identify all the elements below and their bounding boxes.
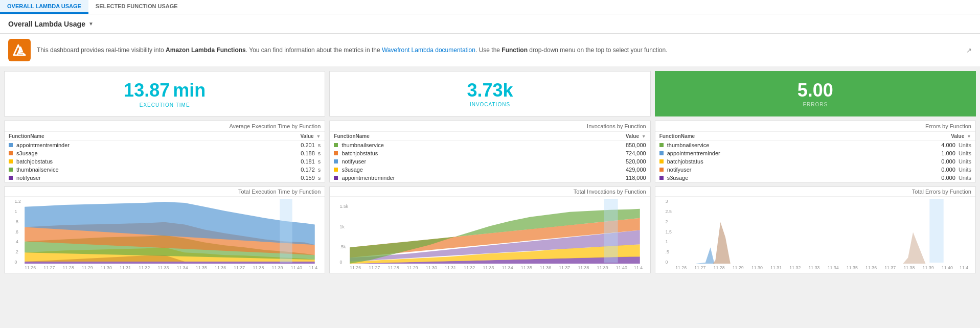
table-row: notifyuser 0.159 s <box>5 174 325 182</box>
function-name-cell: s3usage <box>330 166 556 174</box>
color-indicator <box>334 159 338 163</box>
unit-text: s <box>318 158 321 165</box>
function-name-text: notifyuser <box>16 175 41 181</box>
function-name-text: s3usage <box>341 167 363 173</box>
svg-text:11:4: 11:4 <box>309 265 317 270</box>
metric-errors: 5.00 ERRORS <box>655 71 976 116</box>
svg-text:11:28: 11:28 <box>713 265 724 270</box>
errors-table-panel: Errors by Function FunctionName Value ▼ … <box>655 121 976 182</box>
info-link[interactable]: Wavefront Lambda documentation <box>382 46 475 54</box>
metric-row: 13.87 min EXECUTION TIME 3.73k INVOCATIO… <box>4 71 976 116</box>
page-title[interactable]: Overall Lambda Usage ▼ <box>8 20 94 28</box>
invocations-table-title: Invocations by Function <box>587 123 646 129</box>
svg-text:11:38: 11:38 <box>903 265 915 270</box>
value-text: 0.201 <box>301 142 315 148</box>
svg-text:11:35: 11:35 <box>846 265 857 270</box>
svg-text:11:34: 11:34 <box>502 265 513 270</box>
unit-text: Units <box>959 175 971 181</box>
svg-text:11:33: 11:33 <box>157 265 169 270</box>
errors-data-table: FunctionName Value ▼ thumbnailservice 4.… <box>655 132 975 182</box>
svg-text:1: 1 <box>665 239 668 244</box>
function-name-cell: notifyuser <box>330 157 556 166</box>
table-row: thumbnailservice 4.000 Units <box>655 141 975 150</box>
info-bold-function: Function <box>502 46 528 54</box>
svg-text:11:39: 11:39 <box>597 265 608 270</box>
value-text: 4.000 <box>941 142 955 148</box>
value-cell: 520,000 <box>556 157 650 166</box>
svg-text:11:27: 11:27 <box>694 265 705 270</box>
metric-execution-time: 13.87 min EXECUTION TIME <box>4 71 325 116</box>
function-name-cell: thumbnailservice <box>655 141 861 150</box>
page-header: Overall Lambda Usage ▼ <box>0 14 980 34</box>
unit-text: s <box>318 150 321 156</box>
info-text-end: . Use the <box>475 46 502 54</box>
value-cell: 4.000 Units <box>861 141 975 150</box>
color-indicator <box>9 151 13 155</box>
value-text: 724,000 <box>626 150 646 156</box>
invocations-table-panel: Invocations by Function FunctionName Val… <box>329 121 650 182</box>
svg-text:11:36: 11:36 <box>540 265 551 270</box>
value-text: 118,000 <box>626 175 646 181</box>
function-name-cell: batchjobstatus <box>5 157 231 166</box>
svg-text:11:30: 11:30 <box>101 265 112 270</box>
function-name-text: notifyuser <box>667 167 692 173</box>
svg-text:3: 3 <box>665 199 668 204</box>
metric-invocations: 3.73k INVOCATIONS <box>329 71 650 116</box>
export-icon[interactable]: ↗ <box>966 46 972 54</box>
execution-time-table-panel: Average Execution Time by Function Funct… <box>4 121 325 182</box>
svg-text:1.2: 1.2 <box>15 199 21 204</box>
sort-arrow-icon: ▼ <box>967 134 971 139</box>
value-text: 0.159 <box>301 175 315 181</box>
function-name-text: appointmentreminder <box>341 175 395 181</box>
color-indicator <box>9 168 13 172</box>
err-col2-header: Value ▼ <box>861 132 975 141</box>
err-col1-header: FunctionName <box>655 132 861 141</box>
function-name-cell: appointmentreminder <box>5 141 231 150</box>
unit-text: Units <box>959 142 971 148</box>
color-indicator <box>659 151 664 155</box>
function-name-text: notifyuser <box>341 158 366 165</box>
svg-text:11:37: 11:37 <box>234 265 245 270</box>
svg-text:11:34: 11:34 <box>177 265 188 270</box>
unit-text: Units <box>959 167 971 173</box>
table-row: batchjobstatus 0.181 s <box>5 157 325 166</box>
errors-chart-svg: 3 2.5 2 1.5 1 .5 0 1 <box>655 197 975 270</box>
svg-text:11:37: 11:37 <box>559 265 571 270</box>
function-name-cell: s3usage <box>5 149 231 157</box>
execution-time-chart-panel: Total Execution Time by Function 1.2 1 .… <box>4 186 325 273</box>
info-text-mid: . You can find information about the met… <box>246 46 382 54</box>
function-name-cell: thumbnailservice <box>330 141 556 150</box>
function-name-text: s3usage <box>667 175 689 181</box>
value-text: 850,000 <box>626 142 646 148</box>
value-cell: 0.000 Units <box>861 157 975 166</box>
table-row: s3usage 0.000 Units <box>655 174 975 182</box>
inv-col1-header: FunctionName <box>330 132 556 141</box>
table-row: s3usage 429,000 <box>330 166 650 174</box>
svg-text:11:26: 11:26 <box>25 265 36 270</box>
function-name-text: thumbnailservice <box>341 142 384 148</box>
svg-text:11:28: 11:28 <box>63 265 74 270</box>
errors-chart-title: Total Errors by Function <box>655 187 975 197</box>
execution-time-chart-title: Total Execution Time by Function <box>5 187 325 197</box>
svg-text:11:31: 11:31 <box>120 265 131 270</box>
table-row: Average Execution Time by Function Funct… <box>4 121 976 182</box>
errors-chart-area: 3 2.5 2 1.5 1 .5 0 1 <box>655 197 975 270</box>
info-text-start: This dashboard provides real-time visibi… <box>37 46 166 54</box>
tab-overall[interactable]: OVERALL LAMBDA USAGE <box>0 0 88 14</box>
value-cell: 724,000 <box>556 149 650 157</box>
value-text: 0.181 <box>301 158 315 165</box>
color-indicator <box>9 176 13 180</box>
top-tabs: OVERALL LAMBDA USAGE SELECTED FUNCTION U… <box>0 0 980 14</box>
function-name-text: batchjobstatus <box>341 150 378 156</box>
value-cell: 0.000 Units <box>861 166 975 174</box>
svg-text:11:34: 11:34 <box>827 265 838 270</box>
color-indicator <box>9 143 13 147</box>
value-cell: 118,000 <box>556 174 650 182</box>
tab-selected[interactable]: SELECTED FUNCTION USAGE <box>88 0 185 14</box>
value-cell: 0.188 s <box>231 149 325 157</box>
svg-text:11:29: 11:29 <box>407 265 418 270</box>
page-title-text: Overall Lambda Usage <box>8 20 85 28</box>
svg-text:.5: .5 <box>665 249 669 254</box>
color-indicator <box>659 168 664 172</box>
svg-text:1.5: 1.5 <box>665 229 671 234</box>
